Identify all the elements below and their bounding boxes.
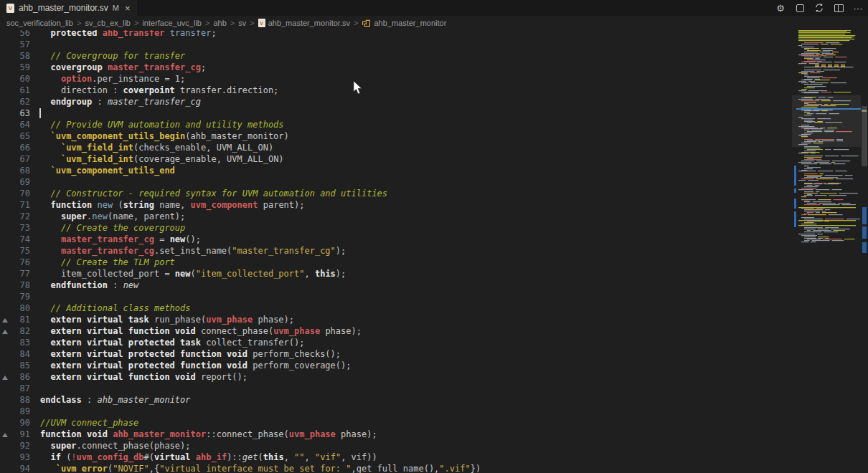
code-line[interactable]: 72 super.new(name, parent); — [0, 211, 793, 222]
line-number[interactable]: 79 — [11, 291, 30, 302]
line-number[interactable]: 59 — [11, 62, 30, 73]
line-number[interactable]: 76 — [11, 257, 30, 268]
line-number[interactable]: 73 — [11, 222, 30, 234]
line-number[interactable]: 72 — [11, 211, 30, 222]
line-number[interactable]: 75 — [11, 245, 30, 257]
code-line[interactable]: 82 extern virtual function void connect_… — [0, 325, 793, 337]
code-line[interactable]: 65 `uvm_component_utils_begin(ahb_master… — [0, 130, 793, 142]
line-number[interactable]: 86 — [11, 371, 30, 383]
line-number[interactable]: 80 — [11, 302, 30, 314]
code-line[interactable]: 67 `uvm_field_int(coverage_enable, UVM_A… — [0, 153, 793, 165]
line-number[interactable]: 71 — [11, 199, 30, 211]
code-line[interactable]: 64 // Provide UVM automation and utility… — [0, 119, 793, 130]
code-line[interactable]: 70 // Constructor - required syntax for … — [0, 188, 793, 199]
line-number[interactable]: 67 — [11, 153, 30, 165]
line-number[interactable]: 68 — [11, 165, 30, 176]
breadcrumb-item[interactable]: sv — [238, 19, 246, 27]
scrollbar-thumb[interactable] — [862, 106, 867, 166]
minimap-slider[interactable] — [792, 95, 861, 147]
code-line[interactable]: 78 endfunction : new — [0, 280, 793, 291]
breadcrumb-item[interactable]: ahb — [213, 19, 226, 27]
line-number[interactable]: 94 — [11, 463, 30, 473]
code-line[interactable]: 62 endgroup : master_transfer_cg — [0, 96, 793, 108]
breadcrumb-item[interactable]: soc_verification_lib — [6, 19, 73, 27]
code-line[interactable]: 79 — [0, 291, 793, 302]
code-line[interactable]: 68 `uvm_component_utils_end — [0, 165, 793, 176]
code-line[interactable]: 87 — [0, 383, 793, 394]
line-number[interactable]: 91 — [11, 429, 30, 440]
code-line[interactable]: 73 // Create the covergroup — [0, 222, 793, 234]
code-line[interactable]: 77 item_collected_port = new("item_colle… — [0, 268, 793, 280]
breadcrumb-item[interactable]: ahb_master_monitor — [362, 19, 446, 28]
gutter-decoration — [0, 245, 11, 257]
code-line[interactable]: 92 super.connect_phase(phase); — [0, 440, 793, 452]
breadcrumb-item[interactable]: sv_cb_ex_lib — [85, 19, 131, 27]
line-number[interactable]: 78 — [11, 280, 30, 291]
line-number[interactable]: 65 — [11, 130, 30, 142]
code-editor[interactable]: 56 protected ahb_transfer transfer;5758 … — [0, 27, 793, 473]
breadcrumb-item[interactable]: Vahb_master_monitor.sv — [258, 19, 350, 27]
code-line[interactable]: 63 — [0, 108, 793, 119]
code-line[interactable]: 69 — [0, 176, 793, 188]
line-number[interactable]: 90 — [11, 417, 30, 429]
code-line[interactable]: 60 option.per_instance = 1; — [0, 73, 793, 85]
code-line[interactable]: 61 direction : coverpoint transfer.direc… — [0, 85, 793, 96]
gutter-decoration — [0, 222, 11, 234]
line-number[interactable]: 60 — [11, 73, 30, 85]
code-line[interactable]: 74 master_transfer_cg = new(); — [0, 234, 793, 245]
code-line[interactable]: 93 if (!uvm_config_db#(virtual ahb_if)::… — [0, 452, 793, 463]
line-number[interactable]: 92 — [11, 440, 30, 452]
tab-ahb-master-monitor[interactable]: V ahb_master_monitor.sv M × — [0, 0, 138, 16]
line-number[interactable]: 87 — [11, 383, 30, 394]
overview-ruler[interactable] — [861, 16, 868, 473]
gear-icon[interactable]: ⚙ — [775, 2, 786, 14]
code-line[interactable]: 91function void ahb_master_monitor::conn… — [0, 429, 793, 440]
gutter-decoration — [0, 337, 11, 348]
sync-arrows-icon[interactable] — [813, 2, 825, 14]
line-number[interactable]: 85 — [11, 360, 30, 371]
code-line[interactable]: 58 // Covergroup for transfer — [0, 50, 793, 62]
gutter-decoration — [0, 360, 11, 371]
line-number[interactable]: 81 — [11, 314, 30, 325]
line-number[interactable]: 70 — [11, 188, 30, 199]
line-number[interactable]: 83 — [11, 337, 30, 348]
code-line[interactable]: 86 extern virtual function void report()… — [0, 371, 793, 383]
code-line[interactable]: 66 `uvm_field_int(checks_enable, UVM_ALL… — [0, 142, 793, 153]
split-editor-icon[interactable] — [833, 2, 844, 14]
code-line[interactable]: 76 // Create the TLM port — [0, 257, 793, 268]
code-line[interactable]: 90//UVM connect_phase — [0, 417, 793, 429]
line-number[interactable]: 64 — [11, 119, 30, 130]
code-line[interactable]: 80 // Additional class methods — [0, 302, 793, 314]
code-line[interactable]: 75 master_transfer_cg.set_inst_name("mas… — [0, 245, 793, 257]
breadcrumb-item[interactable]: interface_uvc_lib — [142, 19, 202, 27]
box-icon[interactable] — [794, 2, 806, 14]
line-number[interactable]: 84 — [11, 348, 30, 360]
line-number[interactable]: 82 — [11, 325, 30, 337]
code-line[interactable]: 71 function new (string name, uvm_compon… — [0, 199, 793, 211]
line-number[interactable]: 74 — [11, 234, 30, 245]
more-actions-icon[interactable]: ··· — [852, 2, 864, 14]
code-line[interactable]: 83 extern virtual protected task collect… — [0, 337, 793, 348]
line-number[interactable]: 62 — [11, 96, 30, 108]
code-line[interactable]: 85 extern virtual protected function voi… — [0, 360, 793, 371]
gutter-decoration — [0, 325, 11, 337]
line-number[interactable]: 88 — [11, 394, 30, 406]
code-line[interactable]: 81 extern virtual task run_phase(uvm_pha… — [0, 314, 793, 325]
line-number[interactable]: 89 — [11, 406, 30, 417]
line-number[interactable]: 61 — [11, 85, 30, 96]
code-text: master_transfer_cg = new(); — [30, 234, 201, 245]
line-number[interactable]: 66 — [11, 142, 30, 153]
line-number[interactable]: 69 — [11, 176, 30, 188]
line-number[interactable]: 93 — [11, 452, 30, 463]
code-line[interactable]: 57 — [0, 39, 793, 50]
code-line[interactable]: 84 extern virtual protected function voi… — [0, 348, 793, 360]
code-line[interactable]: 94 `uvm_error("NOVIF",{"virtual interfac… — [0, 463, 793, 473]
line-number[interactable]: 77 — [11, 268, 30, 280]
line-number[interactable]: 57 — [11, 39, 30, 50]
line-number[interactable]: 58 — [11, 50, 30, 62]
code-line[interactable]: 59 covergroup master_transfer_cg; — [0, 62, 793, 73]
code-line[interactable]: 88endclass : ahb_master_monitor — [0, 394, 793, 406]
code-line[interactable]: 89 — [0, 406, 793, 417]
close-icon[interactable]: × — [125, 4, 131, 13]
line-number[interactable]: 63 — [11, 108, 30, 119]
